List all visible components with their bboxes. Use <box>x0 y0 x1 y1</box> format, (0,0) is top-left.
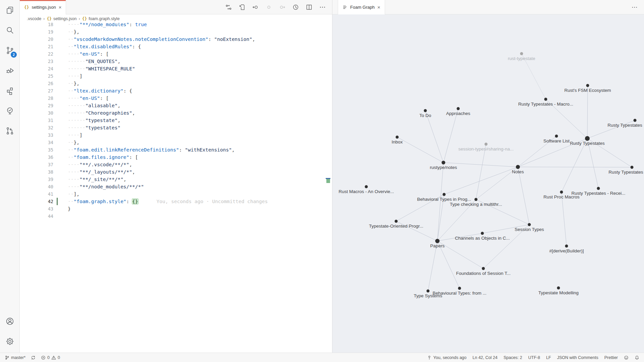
code-line-19[interactable]: 19··}, <box>20 28 332 36</box>
status-blame[interactable]: You, seconds ago <box>427 355 467 360</box>
code-line-20[interactable]: 20··"vscodeMarkdownNotes.noteCompletionC… <box>20 36 332 43</box>
code-editor[interactable]: 18····"**/node_modules": true19··},20··"… <box>20 21 332 220</box>
status-notifications[interactable] <box>635 355 639 360</box>
activity-item-extensions[interactable] <box>0 80 19 101</box>
code-line-31[interactable]: 31······"typestate", <box>20 117 332 124</box>
status-cursor-position[interactable]: Ln 42, Col 24 <box>473 355 497 360</box>
code-line-44[interactable]: 44 <box>20 213 332 220</box>
graph-node[interactable] <box>427 290 430 293</box>
graph-node[interactable] <box>481 232 484 235</box>
status-feedback[interactable] <box>624 355 629 360</box>
graph-node[interactable] <box>586 84 589 87</box>
code-line-34[interactable]: 34··}, <box>20 139 332 146</box>
code-line-41[interactable]: 41··], <box>20 190 332 198</box>
activity-item-search[interactable] <box>0 20 19 40</box>
code-line-36[interactable]: 36··"foam.files.ignore": [ <box>20 154 332 161</box>
graph-node[interactable] <box>457 107 460 110</box>
graph-node[interactable] <box>520 52 523 55</box>
activity-item-source-control[interactable]: 2 <box>0 40 19 60</box>
graph-node[interactable] <box>475 198 478 201</box>
graph-node[interactable] <box>516 165 520 169</box>
split-editor-icon[interactable] <box>305 3 313 11</box>
graph-node-label: Rusty Typestates - Macro... <box>518 102 573 107</box>
graph-node[interactable] <box>395 220 398 223</box>
breadcrumb-item[interactable]: .vscode <box>27 16 41 21</box>
graph-node[interactable] <box>442 161 445 165</box>
code-line-39[interactable]: 39····"**/_site/**/*", <box>20 176 332 183</box>
status-problems[interactable]: 00 <box>41 355 60 360</box>
code-line-43[interactable]: 43} <box>20 205 332 213</box>
foam-graph-canvas[interactable]: rust-typestateRust's FSM EcosystemRusty … <box>332 14 644 353</box>
code-line-30[interactable]: 30······"Choreographies", <box>20 109 332 117</box>
code-line-35[interactable]: 35··"foam.edit.linkReferenceDefinitions"… <box>20 146 332 154</box>
code-line-25[interactable]: 25····] <box>20 72 332 80</box>
tab-settings-json[interactable]: {} settings.json × <box>20 0 66 14</box>
graph-node-label: rustype/notes <box>430 165 457 170</box>
code-line-38[interactable]: 38····"**/_layouts/**/*", <box>20 168 332 176</box>
graph-node[interactable] <box>557 287 560 290</box>
graph-node[interactable] <box>544 98 547 101</box>
graph-node[interactable] <box>482 267 485 270</box>
code-token: "Choreographies" <box>85 110 132 116</box>
graph-node[interactable] <box>365 185 368 188</box>
code-line-21[interactable]: 21··"ltex.disabledRules": { <box>20 43 332 50</box>
graph-node[interactable] <box>443 193 446 196</box>
graph-node[interactable] <box>458 287 461 290</box>
activity-item-accounts[interactable] <box>0 311 19 331</box>
graph-node[interactable] <box>585 136 590 141</box>
status-indentation[interactable]: Spaces: 2 <box>503 355 522 360</box>
code-line-24[interactable]: 24······"WHITESPACE_RULE" <box>20 65 332 72</box>
code-line-42[interactable]: 42··"foam.graph.style": {}You, seconds a… <box>20 198 332 205</box>
status-branch[interactable]: master* <box>5 355 25 360</box>
status-sync[interactable] <box>31 355 36 360</box>
activity-item-pull-requests[interactable] <box>0 121 19 141</box>
breadcrumb-item[interactable]: {}settings.json <box>47 16 76 21</box>
graph-node[interactable] <box>597 187 600 190</box>
status-language-mode[interactable]: JSON with Comments <box>557 355 598 360</box>
graph-node[interactable] <box>396 136 399 139</box>
graph-node[interactable] <box>555 135 558 138</box>
code-token: ], <box>73 191 79 197</box>
line-number: 22 <box>20 50 53 58</box>
graph-node-label: Software List <box>543 138 570 143</box>
code-line-33[interactable]: 33····] <box>20 131 332 139</box>
open-file-icon[interactable] <box>238 3 246 11</box>
next-change-icon[interactable] <box>278 3 286 11</box>
code-line-32[interactable]: 32······"typestates" <box>20 124 332 131</box>
timeline-icon[interactable] <box>291 3 300 11</box>
graph-node[interactable] <box>631 166 634 169</box>
code-line-22[interactable]: 22····"en-US": [ <box>20 50 332 58</box>
status-eol[interactable]: LF <box>546 355 551 360</box>
activity-item-run-debug[interactable] <box>0 60 19 80</box>
graph-node[interactable] <box>560 191 563 194</box>
panel-tab-close-icon[interactable]: × <box>377 5 380 10</box>
breadcrumb-item[interactable]: {}foam.graph.style <box>82 16 120 21</box>
code-token: : <box>208 37 214 42</box>
graph-node[interactable] <box>424 109 427 112</box>
activity-item-todo-tree[interactable] <box>0 101 19 121</box>
graph-node[interactable] <box>485 143 488 146</box>
more-icon[interactable] <box>318 3 326 11</box>
graph-node[interactable] <box>435 239 440 243</box>
code-line-28[interactable]: 28····"en-US": [ <box>20 95 332 102</box>
graph-node[interactable] <box>565 245 568 248</box>
code-line-40[interactable]: 40····"**/node_modules/**/*" <box>20 183 332 190</box>
status-formatter[interactable]: Prettier <box>604 355 618 360</box>
code-line-27[interactable]: 27··"ltex.dictionary": { <box>20 87 332 95</box>
previous-change-icon[interactable] <box>251 3 259 11</box>
tab-foam-graph[interactable]: Foam Graph × <box>338 0 385 14</box>
code-line-37[interactable]: 37····"**/.vscode/**/*", <box>20 161 332 168</box>
panel-more-actions-icon[interactable]: ⋯ <box>632 4 644 11</box>
code-line-23[interactable]: 23······"EN_QUOTES", <box>20 58 332 65</box>
code-line-26[interactable]: 26··}, <box>20 80 332 87</box>
status-encoding[interactable]: UTF-8 <box>528 355 540 360</box>
circle-icon[interactable] <box>265 3 273 11</box>
code-line-29[interactable]: 29······"aliasable", <box>20 102 332 109</box>
graph-node[interactable] <box>528 223 531 226</box>
tab-close-icon[interactable]: × <box>59 5 62 10</box>
open-changes-icon[interactable] <box>224 3 232 11</box>
graph-node[interactable] <box>634 119 637 122</box>
activity-item-settings[interactable] <box>0 331 19 351</box>
line-number: 20 <box>20 36 53 43</box>
activity-item-explorer[interactable] <box>0 0 19 20</box>
